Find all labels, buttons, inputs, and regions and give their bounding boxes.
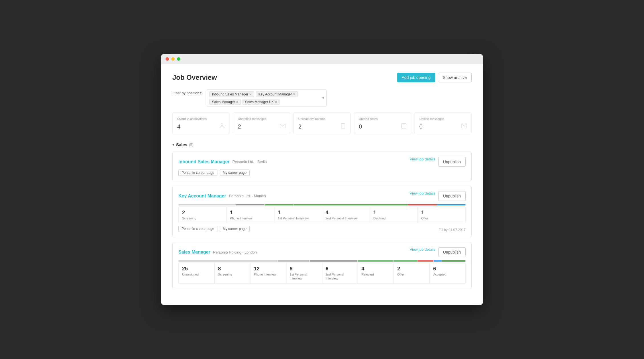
job-actions: View job details Unpublish bbox=[410, 157, 466, 167]
stage-label: Phone Interview bbox=[230, 216, 271, 220]
filter-dropdown-arrow[interactable]: ▾ bbox=[322, 96, 324, 100]
stage-count: 12 bbox=[254, 266, 283, 272]
stage-phone-interview[interactable]: 12 Phone Interview bbox=[250, 263, 286, 283]
career-page-tag[interactable]: Personio career page bbox=[178, 226, 217, 232]
stage-count: 4 bbox=[325, 210, 366, 216]
minimize-button[interactable] bbox=[171, 57, 175, 61]
stage-phone-interview[interactable]: 1 Phone Interview bbox=[227, 207, 274, 223]
job-card-inbound-sales-manager: Inbound Sales Manager Personio Ltd. · Be… bbox=[172, 152, 472, 181]
filter-tag-sales-manager[interactable]: Sales Manager × bbox=[209, 99, 241, 105]
pipeline-stages: 2 Screening 1 Phone Interview 1 1st Pers… bbox=[178, 207, 466, 223]
filter-row: Filter by positions: Inbound Sales Manag… bbox=[172, 89, 472, 107]
job-meta: Personio Holding · London bbox=[213, 250, 257, 254]
stage-1st-personal[interactable]: 1 1st Personal Interview bbox=[274, 207, 322, 223]
remove-filter-sales-manager-uk[interactable]: × bbox=[275, 100, 277, 104]
stage-count: 25 bbox=[182, 266, 211, 272]
job-card-header: Inbound Sales Manager Personio Ltd. · Be… bbox=[178, 157, 466, 167]
remove-filter-sales-manager[interactable]: × bbox=[236, 100, 238, 104]
show-archive-button[interactable]: Show archive bbox=[438, 73, 472, 82]
job-meta: Personio Ltd. · Berlin bbox=[233, 160, 267, 164]
filter-label: Filter by positions: bbox=[172, 89, 202, 95]
filter-tag-sales-manager-uk[interactable]: Sales Manager UK × bbox=[242, 99, 280, 105]
add-job-button[interactable]: Add job opening bbox=[397, 73, 435, 82]
stage-offer[interactable]: 2 Offer bbox=[394, 263, 430, 283]
unpublish-button[interactable]: Unpublish bbox=[438, 247, 466, 257]
title-bar bbox=[161, 54, 483, 64]
stage-declined[interactable]: 1 Declined bbox=[370, 207, 418, 223]
stage-1st-personal[interactable]: 9 1st Personal Interview bbox=[286, 263, 322, 283]
stage-label: 1st Personal Interview bbox=[290, 272, 319, 281]
bar-2nd bbox=[394, 260, 417, 262]
stat-value: 0 bbox=[359, 123, 406, 130]
stage-count: 6 bbox=[326, 266, 354, 272]
stage-count: 9 bbox=[290, 266, 319, 272]
stage-rejected[interactable]: 4 Rejected bbox=[358, 263, 394, 283]
my-career-page-tag[interactable]: My career page bbox=[220, 226, 250, 232]
stat-unread-evaluations[interactable]: Unread evaluations 2 bbox=[294, 113, 350, 134]
view-job-details-link[interactable]: View job details bbox=[410, 247, 435, 257]
stat-overdue-applications[interactable]: Overdue applications 4 bbox=[172, 113, 229, 134]
stage-count: 8 bbox=[218, 266, 247, 272]
stat-label: Overdue applications bbox=[177, 117, 225, 121]
job-actions: View job details Unpublish bbox=[410, 247, 466, 257]
stage-label: Offer bbox=[397, 272, 426, 276]
envelope-icon bbox=[280, 123, 286, 130]
section-header: ▾ Sales (5) bbox=[172, 142, 472, 147]
stage-screening[interactable]: 2 Screening bbox=[179, 207, 227, 223]
stage-count: 1 bbox=[421, 210, 462, 216]
job-title[interactable]: Key Account Manager bbox=[178, 193, 226, 199]
maximize-button[interactable] bbox=[177, 57, 180, 61]
page-title: Job Overview bbox=[172, 74, 217, 81]
stage-offer[interactable]: 1 Offer bbox=[418, 207, 465, 223]
stage-accepted[interactable]: 6 Accepted bbox=[430, 263, 465, 283]
stat-unread-notes[interactable]: Unread notes 0 bbox=[354, 113, 411, 134]
job-title[interactable]: Sales Manager bbox=[178, 250, 210, 255]
app-window: Job Overview Add job opening Show archiv… bbox=[161, 54, 483, 305]
svg-text:?: ? bbox=[466, 126, 467, 128]
remove-filter-key-account[interactable]: × bbox=[293, 92, 295, 96]
stage-label: Phone Interview bbox=[254, 272, 283, 276]
stage-label: 2nd Personal Interview bbox=[326, 272, 354, 281]
unpublish-button[interactable]: Unpublish bbox=[438, 191, 466, 201]
stage-label: Accepted bbox=[433, 272, 462, 276]
bar-segment-offer bbox=[437, 204, 466, 205]
my-career-page-tag[interactable]: My career page bbox=[220, 170, 250, 176]
unpublish-button[interactable]: Unpublish bbox=[438, 157, 466, 167]
pipeline-bar bbox=[178, 260, 466, 262]
stage-2nd-personal[interactable]: 6 2nd Personal Interview bbox=[322, 263, 358, 283]
stage-screening[interactable]: 8 Screening bbox=[215, 263, 250, 283]
bar-unassigned bbox=[178, 260, 278, 262]
stage-label: Unassigned bbox=[182, 272, 211, 276]
stat-label: Unread evaluations bbox=[298, 117, 346, 121]
stage-2nd-personal[interactable]: 4 2nd Personal Interview bbox=[322, 207, 370, 223]
job-title[interactable]: Inbound Sales Manager bbox=[178, 159, 230, 164]
filter-box[interactable]: Inbound Sales Manager × Key Account Mana… bbox=[207, 89, 327, 107]
close-button[interactable] bbox=[166, 57, 169, 61]
stat-unfiled-messages[interactable]: Unfiled messages 0 ? bbox=[415, 113, 472, 134]
view-job-details-link[interactable]: View job details bbox=[410, 191, 435, 201]
stage-count: 1 bbox=[373, 210, 414, 216]
filter-tag-label: Sales Manager bbox=[212, 100, 235, 104]
stage-unassigned[interactable]: 25 Unassigned bbox=[179, 263, 215, 283]
job-tags: Personio career page My career page bbox=[178, 170, 466, 176]
section-collapse-toggle[interactable]: ▾ bbox=[172, 142, 174, 147]
bar-segment-screening bbox=[178, 204, 236, 205]
remove-filter-inbound[interactable]: × bbox=[249, 92, 252, 96]
bar-screening bbox=[278, 260, 309, 262]
stage-label: Offer bbox=[421, 216, 462, 220]
filter-tag-key-account[interactable]: Key Account Manager × bbox=[256, 91, 298, 97]
stage-label: Declined bbox=[373, 216, 414, 220]
svg-point-0 bbox=[221, 123, 223, 125]
job-card-header: Sales Manager Personio Holding · London … bbox=[178, 247, 466, 257]
filter-tag-inbound[interactable]: Inbound Sales Manager × bbox=[209, 91, 254, 97]
view-job-details-link[interactable]: View job details bbox=[410, 157, 435, 167]
stat-unreplied-messages[interactable]: Unreplied messages 2 bbox=[233, 113, 290, 134]
stat-value: 0 bbox=[419, 123, 467, 130]
job-tags: Personio career page My career page bbox=[178, 226, 250, 232]
career-page-tag[interactable]: Personio career page bbox=[178, 170, 217, 176]
clipboard-icon bbox=[340, 123, 346, 130]
job-title-row: Key Account Manager Personio Ltd. · Muni… bbox=[178, 193, 266, 199]
stat-label: Unread notes bbox=[359, 117, 406, 121]
bar-segment-2nd bbox=[294, 204, 408, 205]
stat-value: 2 bbox=[238, 123, 285, 130]
